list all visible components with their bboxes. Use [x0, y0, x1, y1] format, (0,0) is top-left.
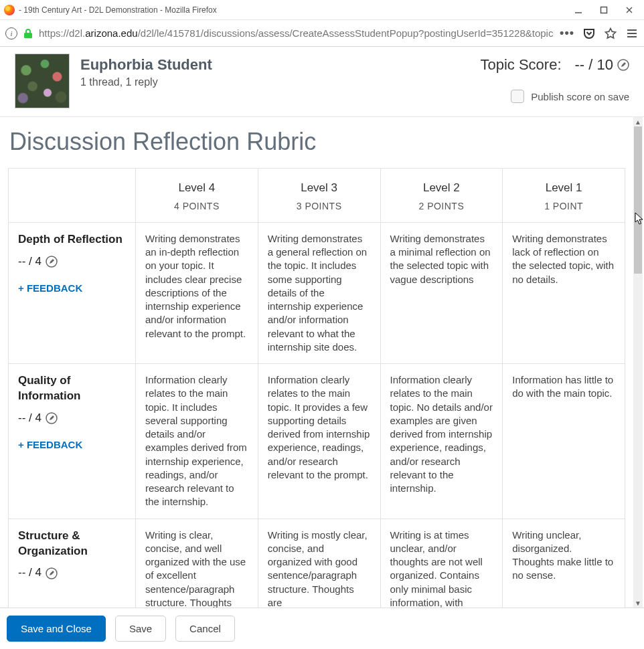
level-name: Level 2: [423, 181, 460, 194]
cancel-button[interactable]: Cancel: [175, 616, 235, 642]
rubric-scroll-region: ▲ ▼ Discussion Reflection Rubric Level 4…: [0, 117, 644, 608]
criterion-row: Structure & Organization -- / 4 Writing …: [9, 519, 625, 608]
menu-icon[interactable]: [625, 27, 639, 40]
scroll-down-button[interactable]: ▼: [634, 598, 642, 608]
rubric-cell[interactable]: Writing demonstrates a minimal reflectio…: [380, 222, 503, 363]
footer-actions: Save and Close Save Cancel: [0, 608, 644, 649]
student-header: Euphorbia Student 1 thread, 1 reply Topi…: [0, 47, 644, 117]
level-header[interactable]: Level 3 3 POINTS: [258, 169, 380, 223]
url-field[interactable]: https://d2l.arizona.edu/d2l/le/415781/di…: [39, 27, 554, 39]
add-feedback-link[interactable]: + FEEDBACK: [18, 438, 126, 452]
scrollbar-thumb[interactable]: [634, 126, 642, 274]
minimize-button[interactable]: [573, 5, 584, 15]
level-points: 2 POINTS: [386, 200, 497, 213]
thread-summary: 1 thread, 1 reply: [80, 76, 480, 88]
level-header[interactable]: Level 4 4 POINTS: [136, 169, 258, 223]
pocket-icon[interactable]: [582, 27, 596, 40]
criterion-name: Depth of Reflection: [18, 232, 126, 248]
criterion-score: -- / 4: [18, 565, 42, 581]
save-button[interactable]: Save: [115, 616, 166, 642]
criterion-score: -- / 4: [18, 254, 42, 270]
rubric-cell[interactable]: Information clearly relates to the main …: [258, 364, 380, 519]
level-name: Level 1: [546, 181, 582, 194]
edit-score-icon[interactable]: [617, 59, 629, 71]
criterion-row: Quality of Information -- / 4 + FEEDBACK…: [9, 364, 625, 519]
url-rest: /d2l/le/415781/discussions/assess/Create…: [138, 27, 554, 39]
url-host: arizona.edu: [85, 27, 137, 39]
bookmark-star-icon[interactable]: [604, 27, 617, 40]
site-info-icon[interactable]: i: [5, 27, 17, 39]
rubric-cell[interactable]: Writing is at times unclear, and/or thou…: [380, 519, 503, 608]
level-points: 3 POINTS: [264, 200, 375, 213]
rubric-cell[interactable]: Writing demonstrates a general reflectio…: [258, 222, 380, 363]
criterion-header-cell: Quality of Information -- / 4 + FEEDBACK: [9, 364, 136, 519]
rubric-cell[interactable]: Information clearly relates to the main …: [136, 364, 258, 519]
page-actions-icon[interactable]: •••: [560, 26, 574, 40]
criterion-name: Structure & Organization: [18, 529, 126, 559]
level-points: 1 POINT: [508, 200, 619, 213]
student-name: Euphorbia Student: [80, 56, 480, 74]
window-title: - 19th Century Art - D2L Demonstration -…: [19, 5, 573, 15]
criterion-score: -- / 4: [18, 411, 42, 426]
level-header[interactable]: Level 1 1 POINT: [503, 169, 625, 223]
save-and-close-button[interactable]: Save and Close: [7, 616, 106, 642]
rubric-cell[interactable]: Information has little to do with the ma…: [503, 364, 625, 519]
criterion-header-cell: Structure & Organization -- / 4: [9, 519, 136, 608]
rubric-cell[interactable]: Writing demonstrates an in-depth reflect…: [136, 222, 258, 363]
window-titlebar: - 19th Century Art - D2L Demonstration -…: [0, 0, 644, 20]
close-button[interactable]: [624, 5, 635, 15]
level-name: Level 3: [301, 181, 337, 194]
maximize-button[interactable]: [598, 5, 609, 15]
rubric-cell[interactable]: Information clearly relates to the main …: [380, 364, 503, 519]
rubric-cell[interactable]: Writing is mostly clear, concise, and or…: [258, 519, 380, 608]
edit-criterion-score-icon[interactable]: [46, 256, 58, 268]
firefox-icon: [4, 5, 15, 15]
rubric-title: Discussion Reflection Rubric: [9, 128, 625, 156]
criterion-header-cell: Depth of Reflection -- / 4 + FEEDBACK: [9, 222, 136, 363]
avatar: [15, 54, 70, 108]
rubric-cell[interactable]: Writing is clear, concise, and well orga…: [136, 519, 258, 608]
scroll-up-button[interactable]: ▲: [634, 117, 642, 126]
edit-criterion-score-icon[interactable]: [46, 567, 58, 579]
publish-score-label: Publish score on save: [531, 91, 629, 102]
rubric-corner-cell: [9, 169, 136, 223]
rubric-cell[interactable]: Writing demonstrates lack of reflection …: [503, 222, 625, 363]
topic-score-value: -- / 10: [575, 56, 613, 74]
rubric-table: Level 4 4 POINTS Level 3 3 POINTS Level …: [8, 168, 625, 608]
criterion-row: Depth of Reflection -- / 4 + FEEDBACK Wr…: [9, 222, 625, 363]
url-prefix: https://d2l.: [39, 27, 85, 39]
rubric-cell[interactable]: Writing unclear, disorganized. Thoughts …: [503, 519, 625, 608]
window-controls: [573, 5, 635, 15]
lock-icon: [23, 28, 33, 39]
publish-score-checkbox[interactable]: [511, 90, 524, 103]
add-feedback-link[interactable]: + FEEDBACK: [18, 282, 126, 295]
level-points: 4 POINTS: [141, 200, 252, 213]
address-bar: i https://d2l.arizona.edu/d2l/le/415781/…: [0, 20, 644, 47]
level-name: Level 4: [178, 181, 215, 194]
level-header[interactable]: Level 2 2 POINTS: [380, 169, 503, 223]
svg-rect-1: [601, 7, 607, 13]
topic-score-label: Topic Score:: [480, 56, 561, 74]
edit-criterion-score-icon[interactable]: [46, 412, 58, 424]
page-content: Euphorbia Student 1 thread, 1 reply Topi…: [0, 47, 644, 649]
criterion-name: Quality of Information: [18, 373, 126, 404]
mouse-cursor-icon: [635, 212, 644, 228]
